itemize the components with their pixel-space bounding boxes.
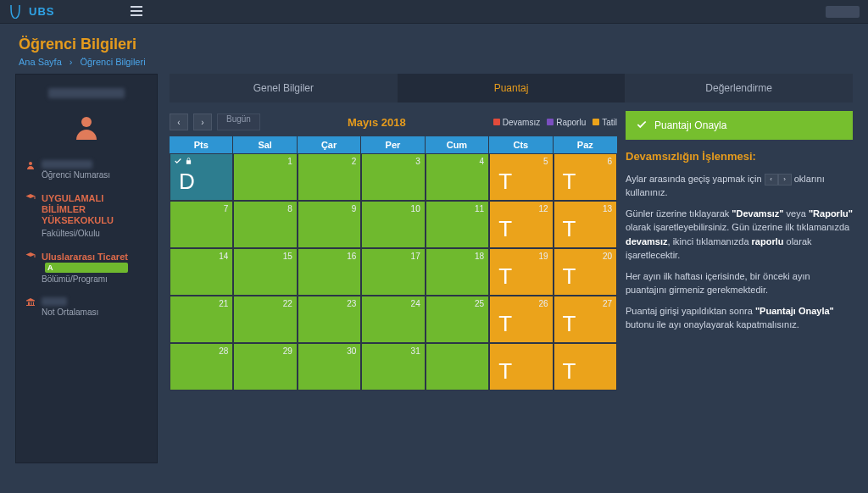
day-header-fri: Cum	[426, 136, 489, 153]
calendar-cell[interactable]: 27T	[554, 296, 617, 343]
cell-mark: T	[498, 169, 512, 195]
calendar-day-header: Pts Sal Çar Per Cum Cts Paz	[170, 136, 617, 153]
topbar: UBS	[0, 0, 868, 24]
day-number: 14	[219, 252, 228, 261]
calendar-cell[interactable]: 28	[170, 343, 233, 391]
student-number-redacted	[42, 160, 92, 169]
day-number: 5	[543, 157, 548, 166]
calendar-cell[interactable]: T	[554, 343, 617, 391]
calendar-cell[interactable]: 1	[233, 153, 297, 201]
brand-text: UBS	[29, 5, 54, 18]
day-number: 10	[411, 204, 420, 213]
menu-toggle-icon[interactable]	[131, 5, 142, 19]
calendar-cell[interactable]: 21	[170, 296, 233, 343]
topbar-right-placeholder	[826, 6, 860, 18]
help-title: Devamsızlığın İşlenmesi:	[626, 148, 853, 165]
student-sidebar: Öğrenci Numarası UYGULAMALI BİLİMLER YÜK…	[15, 74, 158, 463]
tab-general[interactable]: Genel Bilgiler	[170, 74, 398, 102]
day-header-mon: Pts	[170, 136, 233, 153]
lock-icon	[185, 157, 192, 165]
day-header-sun: Paz	[554, 136, 617, 153]
sidebar-gpa: Not Ortalaması	[25, 297, 148, 317]
help-next-icon: ›	[778, 174, 792, 186]
day-header-thu: Per	[361, 136, 425, 153]
department-name: Uluslararası Ticaret	[42, 252, 128, 263]
gpa-label: Not Ortalaması	[42, 307, 98, 317]
tab-evaluation[interactable]: Değerlendirme	[625, 74, 853, 102]
calendar-cell[interactable]: 11	[426, 201, 489, 248]
help-p2: Günler üzerine tıklayarak "Devamsız" vey…	[626, 207, 853, 263]
legend-absent-label: Devamsız	[503, 118, 540, 127]
calendar-cell[interactable]: T	[489, 343, 553, 391]
calendar-cell[interactable]: 8	[233, 201, 297, 248]
calendar-cell[interactable]: 13T	[554, 201, 617, 248]
calendar-cell[interactable]: 18	[426, 248, 489, 296]
sidebar-department: Uluslararası TicaretA Bölümü/Programı	[25, 252, 148, 284]
calendar-cell[interactable]: 22	[233, 296, 297, 343]
calendar-cell[interactable]: 24	[361, 296, 425, 343]
svg-rect-2	[131, 14, 142, 16]
day-number: 22	[283, 299, 292, 308]
day-number: 17	[411, 252, 420, 261]
calendar-cell[interactable]: 9	[298, 201, 361, 248]
calendar-cell[interactable]: 26T	[489, 296, 553, 343]
student-name-redacted	[48, 88, 125, 98]
svg-rect-0	[131, 6, 142, 8]
calendar-cell[interactable]: 14	[170, 248, 233, 296]
cell-mark: T	[563, 263, 576, 290]
calendar-cell[interactable]: 3	[361, 153, 425, 201]
calendar-cell[interactable]: 12T	[489, 201, 553, 248]
cell-mark: T	[498, 358, 512, 385]
calendar-cell[interactable]: 5T	[489, 153, 553, 201]
cell-mark: T	[498, 311, 512, 337]
cell-mark: D	[179, 169, 195, 195]
calendar-cell[interactable]: 23	[298, 296, 361, 343]
calendar-cell[interactable]: D	[170, 153, 233, 201]
page-title: Öğrenci Bilgileri	[19, 36, 849, 53]
today-button[interactable]: Bugün	[217, 114, 260, 130]
breadcrumb-home[interactable]: Ana Sayfa	[19, 57, 62, 67]
chevron-right-icon: ›	[70, 57, 73, 67]
cell-mark: T	[563, 169, 576, 195]
help-panel: Devamsızlığın İşlenmesi: Aylar arasında …	[626, 148, 853, 339]
calendar-cell[interactable]: 25	[426, 296, 489, 343]
approve-button-label: Puantajı Onayla	[654, 119, 726, 131]
approve-button[interactable]: Puantajı Onayla	[626, 111, 853, 140]
calendar-cell[interactable]: 7	[170, 201, 233, 248]
day-number: 12	[538, 204, 548, 213]
calendar-cell[interactable]: 31	[361, 343, 425, 391]
faculty-name: UYGULAMALI BİLİMLER YÜKSEKOKULU	[42, 193, 148, 227]
legend-absent-swatch	[493, 119, 500, 125]
calendar-cell[interactable]: 17	[361, 248, 425, 296]
day-number: 15	[283, 252, 292, 261]
calendar-cell[interactable]: 2	[298, 153, 361, 201]
day-number: 26	[538, 299, 548, 308]
tab-attendance[interactable]: Puantaj	[398, 74, 626, 102]
next-month-button[interactable]: ›	[193, 114, 212, 130]
calendar-cell[interactable]: 4	[426, 153, 489, 201]
prev-month-button[interactable]: ‹	[170, 114, 188, 130]
calendar-cell[interactable]: 20T	[554, 248, 617, 296]
calendar-cell[interactable]	[426, 343, 489, 391]
day-number: 9	[352, 204, 357, 213]
day-number: 25	[475, 299, 484, 308]
svg-rect-1	[131, 10, 142, 12]
calendar-cell[interactable]: 29	[233, 343, 297, 391]
calendar-cell[interactable]: 10	[361, 201, 425, 248]
day-number: 13	[603, 204, 612, 213]
sidebar-student-number: Öğrenci Numarası	[25, 160, 148, 180]
student-number-label: Öğrenci Numarası	[42, 170, 110, 180]
calendar-cell[interactable]: 16	[298, 248, 361, 296]
graduation-cap-icon	[25, 252, 36, 262]
avatar	[25, 112, 148, 145]
day-number: 11	[475, 204, 484, 213]
calendar-cell[interactable]: 6T	[554, 153, 617, 201]
brand-icon	[8, 5, 22, 19]
calendar-cell[interactable]: 15	[233, 248, 297, 296]
svg-point-4	[29, 162, 32, 165]
help-p3: Her ayın ilk haftası içerisinde, bir önc…	[626, 269, 853, 297]
help-p1: Aylar arasında geçiş yapmak için ‹› okla…	[626, 172, 853, 200]
calendar-cell[interactable]: 19T	[489, 248, 553, 296]
day-number: 19	[538, 252, 548, 261]
calendar-cell[interactable]: 30	[298, 343, 361, 391]
